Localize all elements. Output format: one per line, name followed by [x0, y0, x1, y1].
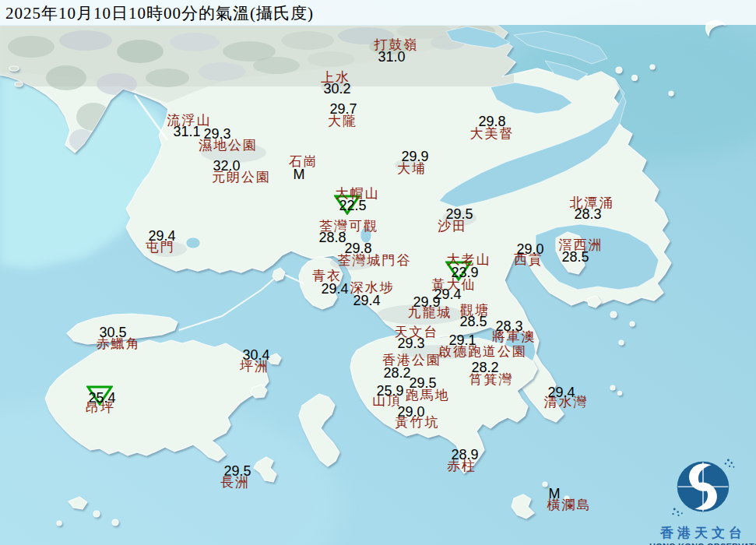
station-value: 29.4: [148, 229, 175, 243]
station-value: 28.2: [383, 366, 410, 380]
station-value: 22.5: [339, 199, 366, 213]
station-value: 29.0: [397, 405, 424, 419]
station-value: 29.4: [547, 385, 575, 399]
station-value: 29.4: [321, 282, 348, 296]
station-value: 31.1: [173, 125, 200, 139]
station-value: M: [549, 487, 561, 501]
station-value: 29.5: [445, 207, 473, 221]
station-value: 28.2: [471, 360, 498, 374]
station-value: 29.9: [413, 295, 440, 309]
station-value: 32.0: [213, 159, 240, 173]
station-value: 28.5: [561, 250, 589, 264]
station-value: M: [294, 167, 305, 181]
station-value: 29.1: [448, 333, 476, 347]
station-value: 25.4: [88, 391, 115, 405]
station-name: 大老山: [447, 253, 491, 266]
station-value: 29.8: [478, 114, 505, 128]
station-value: 28.8: [318, 230, 346, 244]
station-value: 28.3: [574, 207, 601, 221]
station-value: 28.9: [451, 448, 478, 462]
station-value: 30.2: [323, 82, 350, 96]
station-value: 29.5: [409, 376, 436, 390]
station-value: 31.0: [378, 50, 405, 64]
station-value: 29.0: [516, 242, 543, 256]
station-value: 29.8: [344, 241, 371, 255]
station-name: 深水埗: [350, 281, 395, 294]
station-value: 25.9: [376, 384, 403, 398]
station-value: 29.7: [329, 102, 357, 116]
station-value: 29.4: [353, 294, 380, 308]
hko-logo-chinese: 香港天文台: [649, 524, 756, 542]
station-value: 30.5: [99, 325, 126, 339]
station-value: 30.4: [242, 348, 269, 362]
station-value: 28.5: [459, 315, 487, 329]
station-name: 青衣: [312, 269, 342, 283]
station-value: 29.3: [397, 336, 424, 350]
station-name: 石崗: [289, 155, 318, 168]
station-value: 29.9: [401, 149, 428, 164]
hko-logo-english: HONG KONG OBSERVATORY: [649, 542, 756, 545]
temperature-map: 2025年10月10日10時00分的氣溫(攝氏度) 打鼓嶺 31.0 上水 30…: [0, 0, 756, 545]
stations-layer: 打鼓嶺 31.0 上水 30.2 大隴 29.7 流浮山 31.1 濕地公園 2…: [0, 0, 756, 545]
hko-logo-icon: [669, 455, 737, 520]
station-value: 28.3: [495, 319, 522, 333]
station-name: 香港公園: [382, 353, 441, 367]
station-value: 29.3: [203, 127, 230, 141]
station-value: 29.5: [223, 464, 251, 478]
hko-logo: 香港天文台 HONG KONG OBSERVATORY: [649, 455, 756, 543]
